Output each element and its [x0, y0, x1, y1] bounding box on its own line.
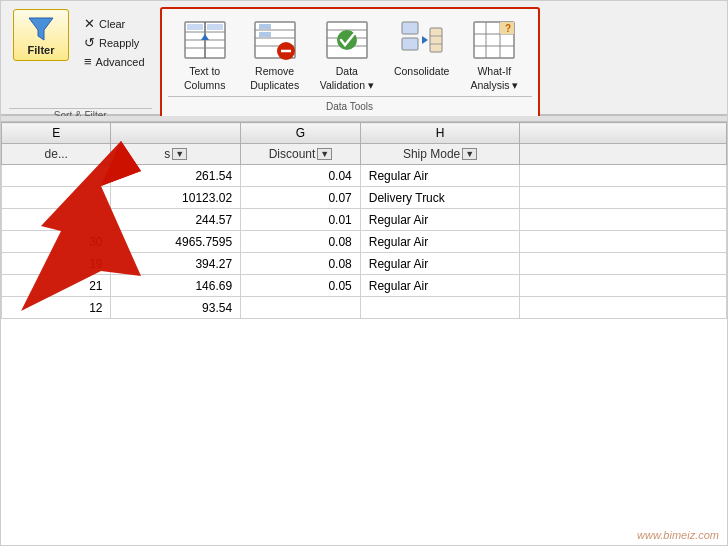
reapply-icon: ↺ — [84, 35, 95, 50]
text-to-columns-icon-box — [182, 17, 228, 63]
col-f-filter-text: s — [164, 147, 170, 161]
col-h-filter[interactable]: Ship Mode ▼ — [360, 144, 520, 165]
col-extra-header — [520, 123, 727, 144]
table-row: 30 4965.7595 0.08 Regular Air — [2, 231, 727, 253]
cell-f-6[interactable]: 146.69 — [111, 275, 241, 297]
reapply-button[interactable]: ↺ Reapply — [81, 34, 148, 51]
cell-h-1[interactable]: Regular Air — [360, 165, 520, 187]
what-if-label: What-IfAnalysis ▾ — [470, 65, 518, 92]
cell-h-7[interactable] — [360, 297, 520, 319]
cell-g-5[interactable]: 0.08 — [241, 253, 361, 275]
col-h-label: H — [436, 126, 445, 140]
svg-rect-23 — [402, 38, 418, 50]
what-if-icon: ? — [472, 18, 516, 62]
remove-duplicates-button[interactable]: RemoveDuplicates — [242, 13, 308, 96]
consolidate-label: Consolidate — [394, 65, 449, 79]
cell-g-1[interactable]: 0.04 — [241, 165, 361, 187]
cell-h-2[interactable]: Delivery Truck — [360, 187, 520, 209]
col-extra-filter — [520, 144, 727, 165]
ship-mode-filter-btn[interactable]: ▼ — [462, 148, 477, 160]
sort-filter-group: Filter ✕ Clear ↺ Reapply ≡ Advanced — [9, 7, 152, 122]
cell-extra-6[interactable] — [520, 275, 727, 297]
table-row: 244.57 0.01 Regular Air — [2, 209, 727, 231]
cell-h-4[interactable]: Regular Air — [360, 231, 520, 253]
cell-f-1[interactable]: 261.54 — [111, 165, 241, 187]
cell-e-4[interactable]: 30 — [2, 231, 111, 253]
table-row: 12 93.54 — [2, 297, 727, 319]
svg-rect-25 — [430, 28, 442, 52]
advanced-label: Advanced — [96, 56, 145, 68]
cell-extra-5[interactable] — [520, 253, 727, 275]
data-validation-icon — [325, 18, 369, 62]
cell-extra-1[interactable] — [520, 165, 727, 187]
cell-e-3[interactable] — [2, 209, 111, 231]
col-e-filter[interactable]: de... — [2, 144, 111, 165]
filter-button-label: Filter — [28, 44, 55, 56]
data-validation-button[interactable]: DataValidation ▾ — [312, 13, 382, 96]
cell-e-1[interactable] — [2, 165, 111, 187]
col-e-label: E — [52, 126, 60, 140]
cell-e-6[interactable]: 21 — [2, 275, 111, 297]
cell-g-2[interactable]: 0.07 — [241, 187, 361, 209]
data-validation-label: DataValidation ▾ — [320, 65, 374, 92]
filter-icon — [27, 14, 55, 42]
table-row: 10123.02 0.07 Delivery Truck — [2, 187, 727, 209]
svg-marker-24 — [422, 36, 428, 44]
col-f-filter-btn[interactable]: ▼ — [172, 148, 187, 160]
discount-filter-btn[interactable]: ▼ — [317, 148, 332, 160]
cell-extra-2[interactable] — [520, 187, 727, 209]
remove-duplicates-label: RemoveDuplicates — [250, 65, 299, 92]
data-tools-group: Text toColumns — [160, 7, 540, 119]
cell-extra-7[interactable] — [520, 297, 727, 319]
remove-duplicates-icon-box — [252, 17, 298, 63]
col-f-header — [111, 123, 241, 144]
clear-button[interactable]: ✕ Clear — [81, 15, 148, 32]
text-to-columns-button[interactable]: Text toColumns — [172, 13, 238, 96]
remove-duplicates-icon — [253, 18, 297, 62]
advanced-icon: ≡ — [84, 54, 92, 69]
cell-f-5[interactable]: 394.27 — [111, 253, 241, 275]
mini-buttons-group: ✕ Clear ↺ Reapply ≡ Advanced — [81, 9, 148, 70]
ribbon-bar: Filter ✕ Clear ↺ Reapply ≡ Advanced — [1, 1, 727, 116]
cell-f-7[interactable]: 93.54 — [111, 297, 241, 319]
cell-g-7[interactable] — [241, 297, 361, 319]
table-row: 19 394.27 0.08 Regular Air — [2, 253, 727, 275]
consolidate-icon-box — [399, 17, 445, 63]
cell-e-7[interactable]: 12 — [2, 297, 111, 319]
data-tools-buttons: Text toColumns — [172, 13, 528, 96]
cell-h-3[interactable]: Regular Air — [360, 209, 520, 231]
col-g-label: G — [296, 126, 305, 140]
filter-button[interactable]: Filter — [13, 9, 69, 61]
cell-f-4[interactable]: 4965.7595 — [111, 231, 241, 253]
what-if-analysis-button[interactable]: ? What-IfAnalysis ▾ — [461, 13, 527, 96]
discount-header-text: Discount — [269, 147, 316, 161]
cell-e-2[interactable] — [2, 187, 111, 209]
cell-h-6[interactable]: Regular Air — [360, 275, 520, 297]
cell-extra-4[interactable] — [520, 231, 727, 253]
reapply-label: Reapply — [99, 37, 139, 49]
consolidate-icon — [400, 18, 444, 62]
cell-g-6[interactable]: 0.05 — [241, 275, 361, 297]
clear-icon: ✕ — [84, 16, 95, 31]
col-f-filter[interactable]: s ▼ — [111, 144, 241, 165]
svg-rect-4 — [207, 24, 223, 30]
data-validation-icon-box — [324, 17, 370, 63]
spreadsheet-area: E G H de... — [1, 116, 727, 319]
svg-rect-3 — [187, 24, 203, 30]
consolidate-button[interactable]: Consolidate — [386, 13, 457, 83]
cell-f-3[interactable]: 244.57 — [111, 209, 241, 231]
clear-label: Clear — [99, 18, 125, 30]
cell-g-3[interactable]: 0.01 — [241, 209, 361, 231]
advanced-button[interactable]: ≡ Advanced — [81, 53, 148, 70]
col-e-header: E — [2, 123, 111, 144]
cell-h-5[interactable]: Regular Air — [360, 253, 520, 275]
cell-f-2[interactable]: 10123.02 — [111, 187, 241, 209]
data-tools-label: Data Tools — [326, 100, 373, 113]
col-g-filter[interactable]: Discount ▼ — [241, 144, 361, 165]
cell-g-4[interactable]: 0.08 — [241, 231, 361, 253]
svg-rect-13 — [259, 24, 271, 29]
cell-e-5[interactable]: 19 — [2, 253, 111, 275]
table-row: 261.54 0.04 Regular Air — [2, 165, 727, 187]
cell-extra-3[interactable] — [520, 209, 727, 231]
main-container: Filter ✕ Clear ↺ Reapply ≡ Advanced — [0, 0, 728, 546]
